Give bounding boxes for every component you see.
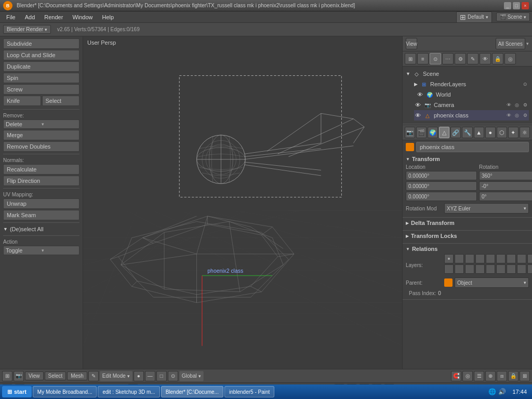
vp-xray-btn[interactable]: ☰ — [474, 371, 484, 381]
start-button[interactable]: ⊞ start — [2, 386, 32, 397]
camera-render-btn[interactable]: ◎ — [513, 101, 521, 109]
close-button[interactable]: × — [522, 2, 529, 9]
outliner-tool-6[interactable]: ✎ — [467, 53, 478, 64]
layer-11[interactable] — [444, 264, 454, 274]
vp-lock-btn[interactable]: 🔒 — [508, 371, 518, 381]
layer-9[interactable] — [527, 254, 532, 263]
camera-visibility-eye[interactable]: 👁 — [414, 101, 421, 109]
prop-scene-icon[interactable]: 🎬 — [416, 127, 427, 138]
vp-view-btn[interactable]: View — [25, 371, 44, 380]
prop-particle-icon[interactable]: ✦ — [508, 127, 518, 138]
layer-14[interactable] — [475, 264, 485, 274]
vp-cam-btn[interactable]: 📷 — [14, 371, 24, 381]
object-settings-btn[interactable]: ⚙ — [522, 112, 529, 119]
prop-modifier-icon[interactable]: 🔧 — [462, 127, 472, 138]
unwrap-button[interactable]: Unwrap — [3, 198, 79, 209]
render-layers-icon-btn[interactable]: ⊙ — [522, 81, 529, 88]
all-scenes-selector[interactable]: All Scenes — [496, 38, 525, 49]
layer-16[interactable] — [496, 264, 506, 274]
deselect-all-button[interactable]: ▼ (De)select All — [3, 225, 79, 233]
remove-doubles-button[interactable]: Remove Doubles — [3, 141, 79, 152]
outliner-tool-5[interactable]: ⚙ — [455, 53, 466, 64]
object-render-btn[interactable]: ◎ — [513, 112, 521, 119]
merge-button[interactable]: Merge — [3, 130, 79, 140]
vp-mode-selector[interactable]: Edit Mode ▾ — [100, 371, 132, 381]
transform-header[interactable]: ▼ Transform — [406, 156, 529, 162]
render-layers-item[interactable]: ▶ ⊞ RenderLayers ⊙ — [414, 79, 529, 89]
duplicate-button[interactable]: Duplicate — [3, 61, 79, 72]
layer-5[interactable] — [486, 254, 495, 263]
layer-7[interactable] — [507, 254, 516, 263]
mark-seam-button[interactable]: Mark Seam — [3, 210, 79, 220]
rotation-mod-dropdown[interactable]: XYZ Euler ▾ — [444, 203, 529, 214]
taskbar-item-2[interactable]: edit : Sketchup 3D m... — [98, 386, 159, 397]
flip-direction-button[interactable]: Flip Direction — [3, 176, 79, 186]
recalculate-button[interactable]: Recalculate — [3, 164, 79, 175]
layer-13[interactable] — [465, 264, 474, 274]
layer-6[interactable] — [496, 254, 506, 263]
vp-proportional-btn[interactable]: ◎ — [462, 371, 473, 381]
loc-y-input[interactable] — [406, 181, 477, 191]
parent-dropdown[interactable]: Object ▾ — [455, 277, 529, 288]
object-visibility-eye[interactable]: 👁 — [414, 112, 421, 119]
vp-face-btn[interactable]: □ — [156, 371, 167, 381]
toggle-dropdown[interactable]: Toggle ▾ — [3, 246, 79, 255]
vp-snap-btn[interactable]: 🧲 — [451, 371, 461, 381]
prop-material-icon[interactable]: ● — [485, 127, 496, 138]
vp-select-btn[interactable]: Select — [45, 371, 66, 380]
world-visibility-eye[interactable]: 👁 — [416, 91, 423, 98]
layer-2[interactable] — [455, 254, 464, 263]
rot-x-input[interactable] — [479, 171, 532, 180]
layer-17[interactable] — [507, 264, 516, 274]
menu-file[interactable]: File — [2, 13, 20, 21]
object-restrict-btn[interactable]: 👁 — [505, 112, 512, 119]
relations-header[interactable]: ▼ Relations — [406, 246, 529, 252]
scene-item[interactable]: ▼ ◇ Scene — [406, 69, 529, 79]
outliner-tool-1[interactable]: ⊞ — [405, 53, 416, 64]
object-name-button[interactable]: phoenix class — [416, 142, 529, 152]
outliner-tool-3[interactable]: ⊙ — [430, 53, 441, 64]
vp-onion-btn[interactable]: ⧆ — [497, 371, 507, 381]
outliner-tool-8[interactable]: 🔒 — [492, 53, 503, 64]
vp-mode-icon[interactable]: ✎ — [88, 371, 99, 381]
menu-help[interactable]: Help — [98, 13, 118, 21]
layer-12[interactable] — [455, 264, 464, 274]
rot-y-input[interactable] — [479, 181, 532, 191]
3d-scene[interactable]: phoenix2 class — [83, 36, 402, 369]
vp-overlay-btn[interactable]: ⊕ — [485, 371, 496, 381]
prop-render-icon[interactable]: 📷 — [405, 127, 415, 138]
camera-item[interactable]: 👁 📷 Camera 👁 ◎ ⚙ — [414, 100, 529, 110]
prop-object-icon[interactable]: △ — [439, 127, 449, 138]
select-button[interactable]: Select — [42, 96, 80, 106]
maximize-button[interactable]: □ — [513, 2, 520, 9]
outliner-tool-2[interactable]: ≡ — [417, 53, 429, 64]
vp-mesh-btn[interactable]: Mesh — [67, 371, 87, 380]
transform-locks-header[interactable]: ▶ Transform Locks — [406, 233, 529, 239]
vp-pivot-btn[interactable]: ⊙ — [168, 371, 178, 381]
layer-19[interactable] — [527, 264, 532, 274]
taskbar-item-4[interactable]: inblender5 - Paint — [224, 386, 274, 397]
knife-button[interactable]: Knife — [3, 96, 41, 106]
vp-view-type-btn[interactable]: ⊞ — [2, 371, 12, 381]
delete-dropdown[interactable]: Delete ▾ — [3, 119, 79, 129]
layer-3[interactable] — [465, 254, 474, 263]
loc-x-input[interactable] — [406, 171, 477, 180]
loc-z-input[interactable] — [406, 192, 477, 201]
outliner-tool-7[interactable]: 👁 — [480, 53, 491, 64]
prop-data-icon[interactable]: ▲ — [474, 127, 484, 138]
outliner-tool-4[interactable]: ⋯ — [442, 53, 454, 64]
layer-8[interactable] — [517, 254, 526, 263]
outliner-tool-9[interactable]: ◎ — [504, 53, 516, 64]
rot-z-input[interactable] — [479, 192, 532, 201]
engine-selector[interactable]: Blender Render ▾ — [3, 25, 51, 34]
spin-button[interactable]: Spin — [3, 73, 79, 83]
viewport[interactable]: User Persp — [83, 36, 402, 369]
menu-render[interactable]: Render — [40, 13, 67, 21]
workspace-selector[interactable]: ⊞ Default ▾ — [456, 11, 492, 23]
taskbar-item-3[interactable]: Blender* [C:\Docume... — [161, 386, 223, 397]
layer-15[interactable] — [486, 264, 495, 274]
loop-cut-button[interactable]: Loop Cut and Slide — [3, 50, 79, 60]
prop-world-icon[interactable]: 🌍 — [428, 127, 438, 138]
prop-texture-icon[interactable]: ⬡ — [497, 127, 507, 138]
screw-button[interactable]: Screw — [3, 84, 79, 95]
